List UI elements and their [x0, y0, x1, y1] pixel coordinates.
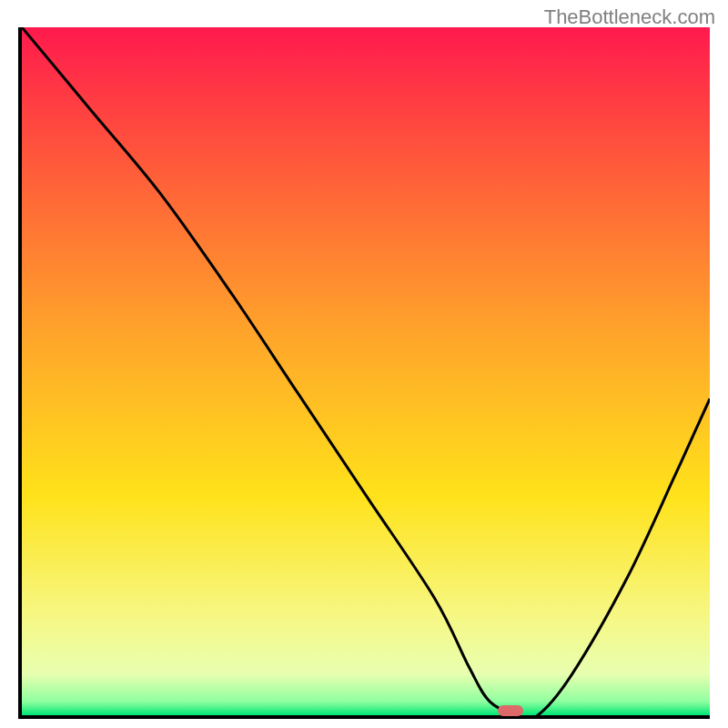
watermark-text: TheBottleneck.com: [544, 5, 715, 29]
bottleneck-curve: [22, 27, 710, 715]
optimal-point-marker: [498, 705, 523, 716]
chart-plot-area: [18, 27, 710, 719]
